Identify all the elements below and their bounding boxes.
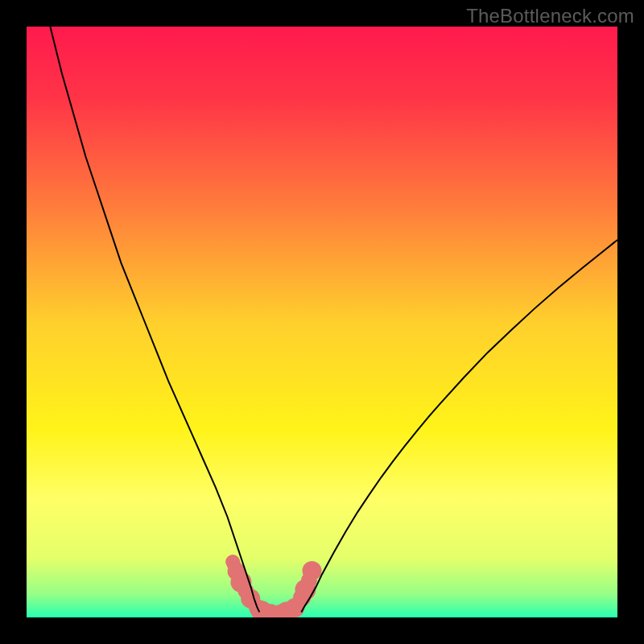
watermark-text: TheBottleneck.com	[466, 5, 634, 27]
gradient-bg	[27, 27, 617, 617]
band-dot	[303, 561, 322, 580]
chart-frame: TheBottleneck.com	[0, 0, 644, 644]
chart-svg	[27, 27, 617, 617]
plot-area	[27, 27, 617, 617]
